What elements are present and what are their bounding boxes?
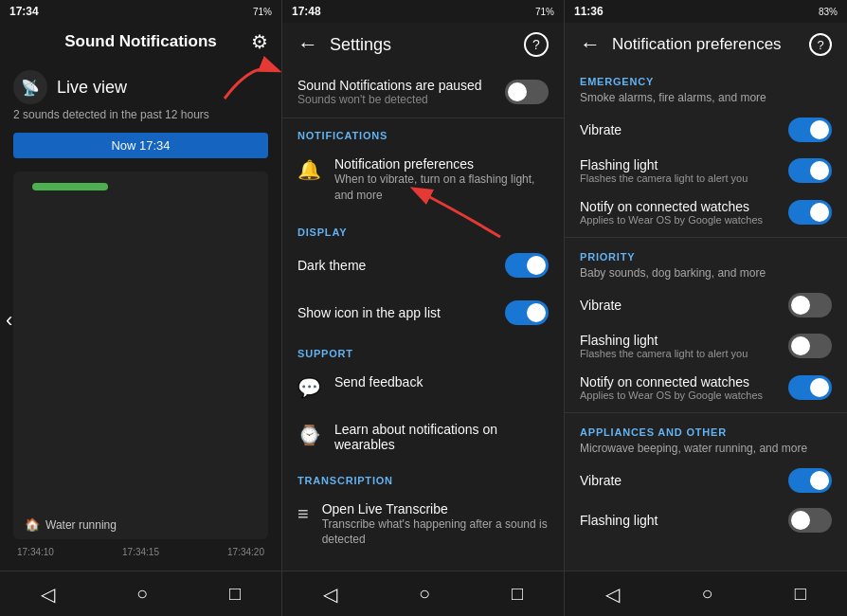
panel1-body: 📡 Live view 2 sounds detected in the pas…	[0, 61, 281, 571]
nav-home-p1[interactable]: ○	[136, 583, 148, 605]
emergency-flashing-sub: Flashes the camera light to alert you	[580, 172, 748, 184]
house-icon: 🏠	[25, 517, 40, 532]
priority-watches-toggle[interactable]	[788, 375, 832, 400]
priority-sub: Baby sounds, dog barking, and more	[565, 266, 847, 285]
emergency-watches-toggle[interactable]	[788, 200, 832, 225]
nav-back-p1[interactable]: ◁	[41, 583, 55, 606]
paused-toggle[interactable]	[505, 80, 549, 104]
panel3-title: Notification preferences	[612, 35, 782, 54]
pref-scroll-area[interactable]: EMERGENCY Smoke alarms, fire alarms, and…	[565, 66, 847, 571]
panel-notification-preferences: 11:36 83% ← Notification preferences ? E…	[565, 0, 847, 616]
emergency-flashing-row[interactable]: Flashing light Flashes the camera light …	[565, 150, 847, 191]
priority-watches-sub: Applies to Wear OS by Google watches	[580, 390, 763, 401]
appliances-flashing-toggle[interactable]	[788, 508, 832, 533]
emergency-label: EMERGENCY	[565, 66, 847, 91]
emergency-vibrate-row[interactable]: Vibrate	[565, 110, 847, 150]
sound-notifications-paused-row[interactable]: Sound Notifications are paused Sounds wo…	[282, 66, 564, 118]
emergency-sub: Smoke alarms, fire alarms, and more	[565, 91, 847, 110]
notifications-section-label: NOTIFICATIONS	[282, 118, 564, 145]
priority-watches-label: Notify on connected watches	[580, 374, 763, 390]
tl-1: 17:34:10	[17, 547, 54, 557]
emergency-vibrate-toggle[interactable]	[788, 118, 832, 142]
wearables-item[interactable]: ⌚ Learn about notifications on wearables	[282, 410, 564, 463]
back-icon-p2[interactable]: ←	[297, 32, 318, 57]
show-icon-item[interactable]: Show icon in the app list	[282, 289, 564, 336]
emergency-watches-row[interactable]: Notify on connected watches Applies to W…	[565, 191, 847, 233]
nav-recent-p2[interactable]: □	[512, 583, 523, 605]
emergency-watches-sub: Applies to Wear OS by Google watches	[580, 214, 763, 226]
emergency-vibrate-label: Vibrate	[580, 122, 622, 137]
help-icon-p3[interactable]: ?	[809, 33, 832, 56]
timeline-bar[interactable]: Now 17:34	[13, 133, 268, 158]
battery-icon-p3: 83%	[819, 7, 838, 17]
show-icon-label: Show icon in the app list	[297, 305, 441, 320]
transcribe-icon: ≡	[297, 503, 309, 525]
emergency-watches-label: Notify on connected watches	[580, 199, 763, 214]
panel3-header: ← Notification preferences ?	[565, 23, 847, 66]
appliances-vibrate-row[interactable]: Vibrate	[565, 461, 847, 500]
appliances-flashing-label: Flashing light	[580, 513, 658, 528]
panel-settings: 17:48 71% ← Settings ? Sound Notificatio…	[282, 0, 565, 616]
help-icon-p2[interactable]: ?	[524, 32, 549, 57]
status-bar-p3: 11:36 83%	[565, 0, 847, 23]
panel2-title: Settings	[330, 35, 391, 55]
send-feedback-label: Send feedback	[334, 374, 423, 390]
appliances-vibrate-label: Vibrate	[580, 473, 622, 488]
nav-bar-p1: ◁ ○ □	[0, 571, 281, 616]
waveform-green-bar	[32, 183, 108, 190]
appliances-label: APPLIANCES AND OTHER	[565, 417, 847, 442]
gear-icon[interactable]: ⚙	[251, 30, 268, 53]
live-transcribe-sub: Transcribe what's happening after a soun…	[322, 516, 549, 549]
status-icons-p1: 71%	[253, 7, 272, 17]
send-feedback-item[interactable]: 💬 Send feedback	[282, 363, 564, 410]
emergency-flashing-toggle[interactable]	[788, 158, 832, 183]
notif-pref-main: Notification preferences	[334, 156, 549, 172]
nav-back-p2[interactable]: ◁	[323, 583, 337, 606]
wearables-label: Learn about notifications on wearables	[334, 422, 549, 452]
status-bar-p1: 17:34 71%	[0, 0, 281, 23]
waveform-area: 🏠 Water running	[13, 172, 268, 539]
paused-sub-label: Sounds won't be detected	[297, 93, 482, 106]
panel1-header: Sound Notifications ⚙	[0, 23, 281, 61]
live-transcribe-item[interactable]: ≡ Open Live Transcribe Transcribe what's…	[282, 490, 564, 560]
nav-home-p3[interactable]: ○	[701, 583, 712, 605]
panel2-header: ← Settings ?	[282, 23, 564, 66]
scroll-left-icon[interactable]: ‹	[6, 308, 12, 333]
show-icon-toggle[interactable]	[505, 300, 549, 325]
feedback-icon: 💬	[297, 376, 321, 399]
priority-label: PRIORITY	[565, 242, 847, 266]
sounds-detected-text: 2 sounds detected in the past 12 hours	[13, 108, 268, 121]
bell-icon: 🔔	[297, 158, 321, 181]
live-view-row: 📡 Live view	[13, 70, 268, 104]
waveform-sound-label: Water running	[45, 518, 117, 532]
priority-flashing-sub: Flashes the camera light to alert you	[580, 348, 748, 359]
tl-3: 17:34:20	[227, 547, 264, 557]
priority-watches-row[interactable]: Notify on connected watches Applies to W…	[565, 367, 847, 408]
priority-vibrate-row[interactable]: Vibrate	[565, 285, 847, 325]
appliances-vibrate-toggle[interactable]	[788, 468, 832, 493]
priority-vibrate-label: Vibrate	[580, 298, 622, 313]
emergency-flashing-label: Flashing light	[580, 157, 748, 172]
transcription-section-label: TRANSCRIPTION	[282, 463, 564, 490]
nav-recent-p3[interactable]: □	[795, 583, 806, 605]
display-section-label: DISPLAY	[282, 215, 564, 242]
appliances-flashing-row[interactable]: Flashing light	[565, 500, 847, 540]
nav-recent-p1[interactable]: □	[229, 583, 241, 605]
panel1-title: Sound Notifications	[64, 32, 217, 51]
dark-theme-label: Dark theme	[297, 258, 366, 273]
nav-bar-p2: ◁ ○ □	[282, 571, 564, 616]
live-view-label: Live view	[57, 78, 127, 98]
notification-preferences-item[interactable]: 🔔 Notification preferences When to vibra…	[282, 145, 564, 215]
dark-theme-item[interactable]: Dark theme	[282, 242, 564, 289]
dark-theme-toggle[interactable]	[505, 253, 549, 278]
back-icon-p3[interactable]: ←	[580, 32, 601, 57]
priority-flashing-row[interactable]: Flashing light Flashes the camera light …	[565, 325, 847, 367]
priority-flashing-toggle[interactable]	[788, 334, 832, 358]
nav-back-p3[interactable]: ◁	[605, 583, 620, 606]
priority-vibrate-toggle[interactable]	[788, 293, 832, 317]
notif-pref-sub: When to vibrate, turn on a flashing ligh…	[334, 172, 549, 204]
nav-home-p2[interactable]: ○	[419, 583, 430, 605]
priority-flashing-label: Flashing light	[580, 333, 748, 348]
time-p2: 17:48	[292, 5, 321, 18]
battery-icon-p1: 71%	[253, 7, 272, 17]
